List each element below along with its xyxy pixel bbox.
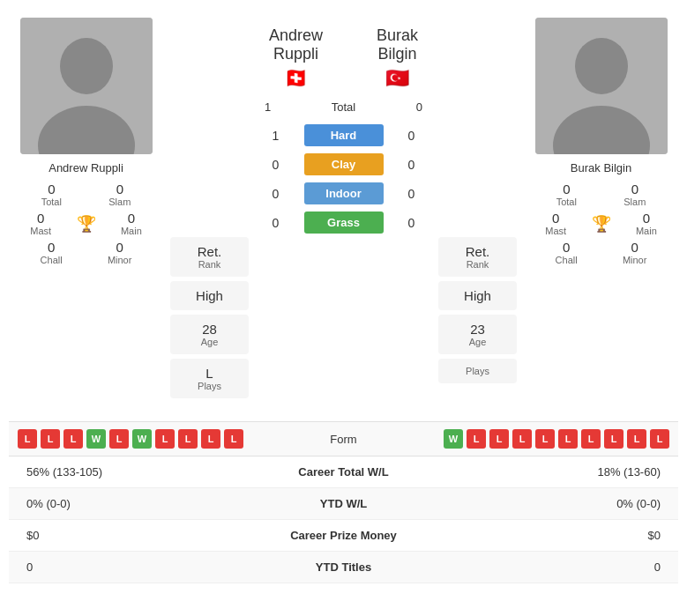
left-header-name: AndrewRuppli 🇨🇭 <box>260 13 332 94</box>
right-high-box: High <box>438 281 517 310</box>
form-badge-left: L <box>109 429 129 449</box>
comparison-col: AndrewRuppli 🇨🇭 Burak Bilgin 🇹🇷 1 Total … <box>256 9 431 237</box>
right-player-avatar <box>535 18 668 154</box>
stat-right-val: 18% (13-60) <box>546 465 661 479</box>
stat-left-val: 0% (0-0) <box>26 497 141 510</box>
form-badge-right: L <box>604 429 624 449</box>
indoor-button: Indoor <box>304 182 384 204</box>
form-badge-right: L <box>467 429 486 449</box>
left-info-col: Ret. Rank High 28 Age L Plays <box>163 9 256 408</box>
indoor-row: 0 Indoor 0 <box>256 179 431 208</box>
form-badge-left: L <box>178 429 198 449</box>
stat-center-label: Career Prize Money <box>141 529 546 542</box>
form-badge-right: L <box>535 429 555 449</box>
grass-row: 0 Grass 0 <box>256 208 431 237</box>
grass-right-val: 0 <box>400 216 422 230</box>
left-stat-mast: 0 Mast <box>30 211 51 236</box>
right-rank-box: Ret. Rank <box>438 237 517 277</box>
right-player-name-header: Burak Bilgin <box>377 26 418 63</box>
stats-row: $0 Career Prize Money $0 <box>9 520 678 552</box>
main-container: Andrew Ruppli 0 Total 0 Slam 0 Mast 🏆 <box>0 0 687 592</box>
hard-right-val: 0 <box>400 129 422 143</box>
stats-table: 56% (133-105) Career Total W/L 18% (13-6… <box>9 456 678 583</box>
left-form-badges: LLLWLWLLLL <box>18 429 243 449</box>
right-info-col: Ret. Rank High 23 Age Plays <box>431 9 524 393</box>
left-stat-minor: 0 Minor <box>108 240 132 265</box>
stats-row: 0% (0-0) YTD W/L 0% (0-0) <box>9 488 678 520</box>
grass-button: Grass <box>304 212 384 234</box>
indoor-right-val: 0 <box>400 187 422 201</box>
form-badge-left: L <box>18 429 37 449</box>
svg-point-4 <box>575 38 628 94</box>
clay-row: 0 Clay 0 <box>256 150 431 179</box>
clay-button: Clay <box>304 153 384 175</box>
form-label: Form <box>291 433 397 446</box>
form-badge-left: L <box>41 429 60 449</box>
form-badge-right: L <box>650 429 669 449</box>
trophy-icon-right: 🏆 <box>592 214 611 234</box>
form-badge-right: L <box>581 429 601 449</box>
hard-row: 1 Hard 0 <box>256 121 431 150</box>
total-right-val: 0 <box>416 100 422 114</box>
stat-left-val: 0 <box>26 560 141 574</box>
indoor-left-val: 0 <box>265 187 287 201</box>
left-stat-main: 0 Main <box>121 211 142 236</box>
players-section: Andrew Ruppli 0 Total 0 Slam 0 Mast 🏆 <box>9 9 678 408</box>
left-player-name: Andrew Ruppli <box>49 161 123 174</box>
left-age-box: 28 Age <box>170 315 249 354</box>
left-player-avatar <box>20 18 153 154</box>
clay-right-val: 0 <box>400 158 422 172</box>
stat-right-val: 0% (0-0) <box>546 497 661 510</box>
left-plays-box: L Plays <box>170 359 249 398</box>
left-stat-total: 0 Total <box>41 182 62 207</box>
right-stat-chall: 0 Chall <box>556 240 578 265</box>
right-flag: 🇹🇷 <box>385 67 409 90</box>
stat-center-label: Career Total W/L <box>141 465 546 479</box>
left-high-box: High <box>170 281 249 310</box>
form-badge-left: L <box>201 429 220 449</box>
form-badge-right: L <box>627 429 646 449</box>
form-badge-right: W <box>444 429 463 449</box>
left-rank-box: Ret. Rank <box>170 237 249 277</box>
stats-row: 56% (133-105) Career Total W/L 18% (13-6… <box>9 456 678 488</box>
right-player-card: Burak Bilgin 0 Total 0 Slam 0 Mast 🏆 <box>524 9 678 278</box>
total-label: Total <box>332 100 355 114</box>
stats-row: 0 YTD Titles 0 <box>9 552 678 583</box>
total-row: 1 Total 0 <box>256 99 431 115</box>
trophy-icon-left: 🏆 <box>77 214 96 234</box>
stat-center-label: YTD Titles <box>141 560 546 574</box>
form-badge-left: L <box>155 429 175 449</box>
left-player-card: Andrew Ruppli 0 Total 0 Slam 0 Mast 🏆 <box>9 9 163 278</box>
stat-right-val: $0 <box>546 529 661 542</box>
right-age-box: 23 Age <box>438 315 517 354</box>
form-badge-left: W <box>132 429 152 449</box>
stat-center-label: YTD W/L <box>141 497 546 510</box>
right-form-badges: WLLLLLLLLL <box>444 429 669 449</box>
stat-left-val: 56% (133-105) <box>26 465 141 479</box>
stat-right-val: 0 <box>546 560 661 574</box>
right-stat-total: 0 Total <box>556 182 577 207</box>
total-left-val: 1 <box>265 100 271 114</box>
right-stat-slam: 0 Slam <box>624 182 646 207</box>
form-badge-right: L <box>489 429 509 449</box>
left-flag: 🇨🇭 <box>284 67 308 90</box>
svg-point-1 <box>60 38 113 94</box>
form-badge-right: L <box>512 429 532 449</box>
right-header-name: Burak Bilgin 🇹🇷 <box>368 13 427 94</box>
right-stat-main: 0 Main <box>636 211 657 236</box>
form-section: LLLWLWLLLL Form WLLLLLLLLL <box>9 421 678 456</box>
hard-button: Hard <box>304 124 384 146</box>
right-stat-minor: 0 Minor <box>623 240 647 265</box>
left-stat-chall: 0 Chall <box>41 240 63 265</box>
form-badge-left: L <box>63 429 83 449</box>
grass-left-val: 0 <box>265 216 287 230</box>
form-badge-left: L <box>224 429 243 449</box>
form-badge-left: W <box>86 429 106 449</box>
right-stat-mast: 0 Mast <box>545 211 566 236</box>
clay-left-val: 0 <box>265 158 287 172</box>
right-plays-box: Plays <box>438 359 517 383</box>
left-stat-slam: 0 Slam <box>108 182 131 207</box>
hard-left-val: 1 <box>265 129 287 143</box>
stat-left-val: $0 <box>26 529 141 542</box>
right-player-name: Burak Bilgin <box>571 161 631 174</box>
